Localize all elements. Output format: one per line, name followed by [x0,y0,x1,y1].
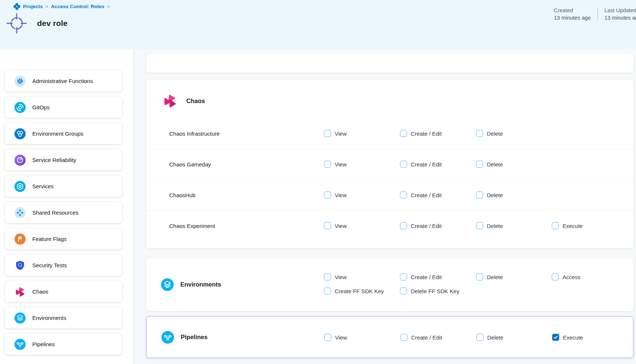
permission-label: Delete [487,274,503,280]
pipelines-permissions-card[interactable]: PipelinesViewCreate / EditDeleteExecute [146,316,633,358]
permission-label: Delete [487,192,503,198]
checkbox-unchecked-icon[interactable] [400,222,407,229]
checkbox-unchecked-icon[interactable] [324,192,331,199]
sidebar-item-service-reliability[interactable]: Service Reliability [5,149,122,171]
permission-create-edit[interactable]: Create / Edit [400,222,442,229]
permission-execute[interactable]: Execute [552,222,583,229]
permission-label: View [335,161,347,168]
projects-icon [13,3,20,10]
permission-rows: ViewCreate / EditDeleteExecute [147,317,633,358]
permission-delete[interactable]: Delete [476,192,503,199]
checkbox-unchecked-icon[interactable] [552,274,559,281]
sidebar-item-label: Environments [32,315,66,321]
permission-label: View [335,130,347,137]
permission-rows: ViewCreate / EditDeleteAccessCreate FF S… [146,270,633,298]
permission-view[interactable]: View [324,192,347,199]
checkbox-unchecked-icon[interactable] [400,334,407,341]
service-reliability-icon [14,155,26,166]
chaos-icon [163,93,177,108]
checkbox-unchecked-icon[interactable] [476,274,483,281]
breadcrumb-projects-link[interactable]: Projects [23,4,43,9]
permission-view[interactable]: View [324,222,347,229]
permission-view[interactable]: View [324,334,347,341]
last-updated-value: 13 minutes ago [604,15,636,21]
partial-card [146,53,633,73]
permission-line: Create FF SDK KeyDelete FF SDK Key [146,284,633,298]
resource-row-chaos-gameday: Chaos GamedayViewCreate / EditDelete [146,149,633,179]
card-title: Chaos [186,97,205,105]
checkbox-unchecked-icon[interactable] [324,130,331,137]
checkbox-checked-icon[interactable] [552,334,559,341]
permission-label: View [335,274,347,280]
permission-label: Create / Edit [411,192,442,198]
permission-label: Execute [563,334,583,340]
created-label: Created [554,7,591,13]
page-title: dev role [37,19,68,28]
resource-row-chaoshub: ChaosHubViewCreate / EditDelete [146,179,633,210]
checkbox-unchecked-icon[interactable] [476,192,483,199]
permission-label: Create / Edit [411,161,442,168]
permission-create-edit[interactable]: Create / Edit [400,130,442,137]
checkbox-unchecked-icon[interactable] [400,192,407,199]
sidebar-item-label: Feature Flags [32,236,67,242]
sidebar-item-label: Environment Groups [32,130,83,137]
permission-create-edit[interactable]: Create / Edit [400,334,442,341]
checkbox-unchecked-icon[interactable] [324,288,331,295]
checkbox-unchecked-icon[interactable] [324,334,331,341]
checkbox-unchecked-icon[interactable] [400,130,407,137]
permission-delete[interactable]: Delete [476,222,503,229]
environments-icon [14,312,26,324]
gitops-icon [14,102,26,113]
resource-label: ChaosHub [169,192,196,198]
permission-create-edit[interactable]: Create / Edit [400,161,442,168]
sidebar-item-label: Service Reliability [32,157,76,163]
role-target-icon [6,13,27,34]
sidebar-item-feature-flags[interactable]: Feature Flags [5,228,122,249]
permission-access[interactable]: Access [552,274,580,281]
checkbox-unchecked-icon[interactable] [324,274,331,281]
permission-delete[interactable]: Delete [476,130,503,137]
checkbox-unchecked-icon[interactable] [476,222,483,229]
permission-view[interactable]: View [324,161,347,168]
breadcrumb-roles-link[interactable]: Access Control: Roles [51,4,104,9]
checkbox-unchecked-icon[interactable] [476,334,483,341]
sidebar-item-environments[interactable]: Environments [5,307,122,328]
permission-execute[interactable]: Execute [552,334,583,341]
permission-create-edit[interactable]: Create / Edit [400,274,442,281]
created-value: 13 minutes ago [554,15,591,21]
permission-delete[interactable]: Delete [476,161,503,168]
sidebar-item-gitops[interactable]: GitOps [5,97,122,118]
sidebar-item-shared-resources[interactable]: Shared Resources [5,202,122,223]
permission-create-ff-sdk-key[interactable]: Create FF SDK Key [324,288,384,295]
permission-label: View [335,334,347,340]
sidebar-item-security-tests[interactable]: Security Tests [5,255,122,276]
env-groups-icon [14,128,26,139]
checkbox-unchecked-icon[interactable] [400,274,407,281]
permission-label: Delete [487,334,503,340]
sidebar-item-label: Administrative Functions [32,78,93,84]
permission-create-edit[interactable]: Create / Edit [400,192,442,199]
permission-delete[interactable]: Delete [476,334,503,341]
checkbox-unchecked-icon[interactable] [552,222,559,229]
checkbox-unchecked-icon[interactable] [400,161,407,168]
sidebar-item-services[interactable]: Services [5,176,122,197]
permission-view[interactable]: View [324,130,347,137]
checkbox-unchecked-icon[interactable] [476,130,483,137]
pipelines-icon [14,339,26,350]
resource-label: Chaos Gameday [169,161,211,168]
permission-label: View [335,192,347,198]
resource-row-chaos-infrastructure: Chaos InfrastructureViewCreate / EditDel… [146,118,633,149]
checkbox-unchecked-icon[interactable] [476,161,483,168]
permission-label: Create FF SDK Key [335,288,384,294]
sidebar-item-environment-groups[interactable]: Environment Groups [5,123,122,144]
sidebar-item-administrative-functions[interactable]: Administrative Functions [5,70,122,92]
permission-view[interactable]: View [324,274,347,281]
sidebar-item-pipelines[interactable]: Pipelines [5,334,122,355]
checkbox-unchecked-icon[interactable] [324,222,331,229]
sidebar-item-chaos[interactable]: Chaos [5,281,122,302]
checkbox-unchecked-icon[interactable] [324,161,331,168]
permission-label: Access [563,274,580,280]
permission-delete-ff-sdk-key[interactable]: Delete FF SDK Key [400,288,459,295]
checkbox-unchecked-icon[interactable] [400,288,407,295]
permission-delete[interactable]: Delete [476,274,503,281]
